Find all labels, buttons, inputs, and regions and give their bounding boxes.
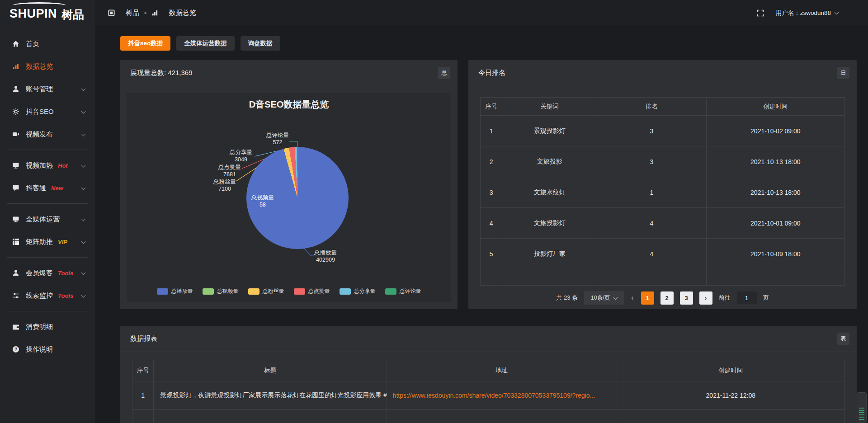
sidebar-divider — [7, 257, 88, 258]
table-row[interactable]: 1 景观投影灯 3 2021-10-02 09:00 — [481, 116, 845, 146]
prev-page-button[interactable]: ‹ — [630, 293, 635, 302]
table-header-row: 序号 关键词 排名 创建时间 — [481, 98, 845, 116]
legend-label: 总视频量 — [217, 287, 239, 295]
sidebar-item-video-heat[interactable]: 视频加热 Hot — [0, 154, 95, 177]
sidebar-item-member-burst[interactable]: 会员爆客 Tools — [0, 262, 95, 284]
cell-created: 2021-10-13 18:00 — [706, 146, 844, 177]
cell-created: 2021-10-13 18:00 — [706, 177, 844, 208]
legend-label: 总粉丝量 — [263, 287, 284, 295]
sidebar-item-help[interactable]: ? 操作说明 — [0, 338, 95, 361]
cell-index: 1 — [481, 116, 502, 146]
bar-chart-icon — [12, 63, 19, 70]
logo-text-cn: 树品 — [61, 7, 84, 22]
new-badge: New — [51, 185, 63, 192]
table-row[interactable]: 5 投影灯厂家 4 2021-10-09 18:00 — [481, 239, 845, 269]
sidebar-item-omni-media[interactable]: 全媒体运营 — [0, 208, 95, 230]
video-camera-icon — [12, 131, 19, 138]
data-tabs: 抖音seo数据 全媒体运营数据 询盘数据 — [120, 36, 280, 51]
pie-label-name: 总分享量 — [223, 149, 259, 156]
report-panel-title: 数据报表 — [130, 334, 157, 343]
fullscreen-icon[interactable] — [757, 9, 764, 17]
chevron-down-icon — [613, 295, 618, 300]
table-toggle-button[interactable]: 表 — [837, 333, 849, 345]
next-page-button[interactable]: › — [699, 291, 712, 305]
legend-item-plays[interactable]: 总播放量 — [157, 287, 193, 295]
tab-inquiry-data[interactable]: 询盘数据 — [241, 36, 280, 51]
table-row[interactable]: 2 文旅投影 3 2021-10-13 18:00 — [481, 146, 845, 177]
scroll-stripes-icon — [859, 408, 864, 420]
question-icon: ? — [12, 346, 19, 353]
legend-label: 总播放量 — [171, 287, 193, 295]
report-table-wrap: 序号 标题 地址 创建时间 1 景观投影灯，夜游景观投影灯厂家展示展示落花灯在花… — [132, 360, 845, 423]
sidebar-item-douyin-seo[interactable]: 抖音SEO — [0, 100, 95, 123]
legend-swatch — [294, 288, 305, 295]
cell-url-link[interactable]: https://www.iesdouyin.com/share/video/70… — [387, 381, 617, 410]
chevron-down-icon — [81, 132, 86, 136]
pie-label-plays: 总播放量 402909 — [305, 249, 346, 263]
pie-label-value: 58 — [245, 201, 281, 208]
page-button-3[interactable]: 3 — [680, 291, 693, 305]
cell-rank: 4 — [597, 239, 706, 269]
sidebar-item-lead-monitor[interactable]: 线索监控 Tools — [0, 284, 95, 307]
legend-swatch — [385, 288, 396, 295]
col-keyword: 关键词 — [502, 98, 597, 116]
cell-created: 2021-11-22 12:08 — [617, 381, 844, 410]
sidebar-item-label: 抖音SEO — [26, 108, 54, 116]
bar-chart-icon — [151, 9, 159, 17]
user-menu[interactable]: 用户名：zswodun88 — [776, 9, 838, 17]
cell-index: 4 — [481, 208, 502, 239]
sidebar-item-video-publish[interactable]: 视频发布 — [0, 123, 95, 146]
sidebar-item-douketong[interactable]: 抖客通 New — [0, 177, 95, 199]
chevron-down-icon — [81, 109, 86, 114]
cell-rank: 4 — [597, 208, 706, 239]
impressions-panel-header: 展现量总数: 421,369 总 — [120, 60, 458, 86]
legend-swatch — [203, 288, 214, 295]
chevron-down-icon — [81, 163, 86, 168]
sidebar-menu: 首页 数据总览 账号管理 抖音SEO 视频发布 视频加热 Hot — [0, 26, 95, 361]
impressions-total: 展现量总数: 421,369 — [130, 69, 193, 77]
cell-title: 景观投影灯，夜游景观投影灯厂家展示展示落花灯在花园里的灯光投影应用效果 # — [154, 381, 387, 410]
sidebar-item-spend-detail[interactable]: 消费明细 — [0, 315, 95, 338]
pie-label-value: 3049 — [223, 156, 259, 163]
breadcrumb-page[interactable]: 数据总览 — [169, 9, 196, 17]
data-report-panel: 数据报表 表 序号 标题 地址 创建时间 1 景观投影灯，夜游景观投影灯厂家展示… — [120, 326, 857, 423]
username-label: 用户名：zswodun88 — [776, 9, 831, 17]
legend-item-comments[interactable]: 总评论量 — [385, 287, 421, 295]
page-button-1[interactable]: 1 — [641, 291, 654, 305]
pie-label-name: 总视频量 — [245, 194, 281, 201]
day-toggle-button[interactable]: 日 — [837, 67, 849, 79]
sidebar-item-home[interactable]: 首页 — [0, 33, 95, 55]
chevron-down-icon — [835, 10, 839, 14]
table-row[interactable]: 3 文旅水纹灯 1 2021-10-13 18:00 — [481, 177, 845, 208]
legend-item-videos[interactable]: 总视频量 — [203, 287, 239, 295]
pie-label-name: 总粉丝量 — [207, 178, 243, 185]
page-button-2[interactable]: 2 — [660, 291, 674, 305]
sidebar-item-data-overview[interactable]: 数据总览 — [0, 55, 95, 78]
goto-page-input[interactable]: 1 — [737, 291, 757, 304]
legend-item-likes[interactable]: 总点赞量 — [294, 287, 330, 295]
pie-label-value: 7681 — [212, 171, 248, 178]
breadcrumb-app[interactable]: 树品 — [126, 9, 139, 17]
tab-omni-media-data[interactable]: 全媒体运营数据 — [176, 36, 235, 51]
total-toggle-button[interactable]: 总 — [438, 67, 450, 79]
goto-label: 前往 — [719, 294, 731, 302]
cell-rank: 3 — [597, 146, 706, 177]
tab-douyin-seo-data[interactable]: 抖音seo数据 — [120, 36, 170, 51]
hot-badge: Hot — [58, 162, 68, 169]
sidebar-item-account[interactable]: 账号管理 — [0, 78, 95, 100]
cell-keyword: 投影灯厂家 — [502, 239, 597, 269]
breadcrumb: 树品 > 数据总览 — [108, 9, 196, 17]
table-row[interactable]: 1 景观投影灯，夜游景观投影灯厂家展示展示落花灯在花园里的灯光投影应用效果 # … — [132, 381, 845, 410]
table-row[interactable]: 4 文旅投影灯 4 2021-10-01 09:00 — [481, 208, 845, 239]
legend-item-fans[interactable]: 总粉丝量 — [248, 287, 284, 295]
sidebar: SHUPIN 树品 首页 数据总览 账号管理 抖音SEO 视频发布 — [0, 0, 95, 423]
legend-item-shares[interactable]: 总分享量 — [340, 287, 376, 295]
cell-created: 2021-10-02 09:00 — [706, 116, 844, 146]
chat-bubble-icon — [12, 184, 19, 192]
scrollbar-thumb[interactable] — [857, 392, 867, 423]
sidebar-item-matrix-boost[interactable]: 矩阵助推 VIP — [0, 230, 95, 253]
legend-label: 总点赞量 — [308, 287, 330, 295]
sidebar-item-label: 会员爆客 — [26, 269, 53, 277]
col-created: 创建时间 — [617, 360, 844, 381]
page-size-select[interactable]: 10条/页 — [584, 291, 624, 305]
